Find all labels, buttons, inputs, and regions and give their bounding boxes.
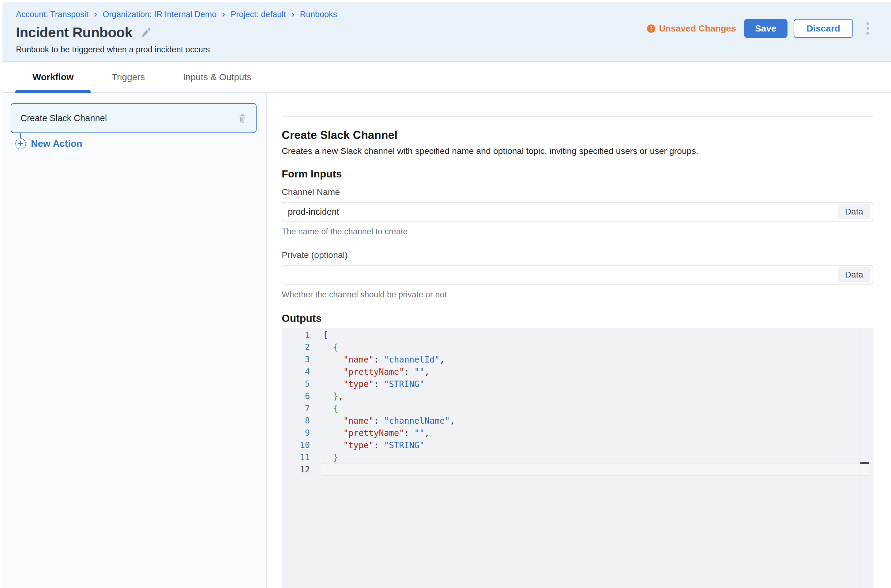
outputs-heading: Outputs [282, 312, 873, 325]
code-line: 4 "prettyName": "", [282, 366, 873, 378]
runbook-description: Runbook to be triggered when a prod inci… [16, 45, 872, 54]
action-card-label: Create Slack Channel [21, 113, 237, 123]
code-line: 9 "prettyName": "", [282, 427, 873, 439]
channel-name-label: Channel Name [282, 187, 873, 197]
channel-name-help: The name of the channel to create [282, 227, 873, 237]
private-help: Whether the channel should be private or… [282, 290, 873, 300]
code-line: 5 "type": "STRING" [282, 378, 873, 390]
code-line: 1[ [282, 329, 873, 341]
channel-name-input[interactable] [288, 207, 838, 217]
code-line: 8 "name": "channelName", [282, 414, 873, 427]
page-title: Incident Runbook [16, 24, 132, 41]
breadcrumb-project-link[interactable]: Project: default [230, 10, 286, 19]
private-input[interactable] [288, 270, 838, 280]
action-description: Creates a new Slack channel with specifi… [282, 146, 873, 156]
tab-triggers[interactable]: Triggers [94, 62, 162, 92]
workflow-steps-panel: Create Slack Channel + New Action [3, 93, 267, 588]
line-number: 9 [282, 427, 310, 439]
line-number: 4 [282, 366, 310, 378]
action-title: Create Slack Channel [282, 129, 873, 142]
indent-guide-line [324, 341, 324, 464]
chevron-right-icon: › [94, 10, 97, 18]
code-line: 2 { [282, 341, 873, 353]
channel-name-data-button[interactable]: Data [838, 204, 870, 219]
divider [282, 116, 873, 117]
chevron-right-icon: › [291, 10, 294, 18]
code-line: 11 } [282, 451, 873, 464]
code-line: 10 "type": "STRING" [282, 439, 873, 451]
tab-workflow[interactable]: Workflow [15, 62, 90, 92]
new-action-button[interactable]: + New Action [15, 138, 266, 149]
page: Account: Transposit › Organization: IR I… [0, 0, 891, 588]
line-number: 7 [282, 402, 310, 414]
edit-title-icon[interactable] [140, 27, 152, 38]
plus-icon: + [15, 138, 26, 149]
breadcrumb-runbooks-link[interactable]: Runbooks [300, 10, 337, 19]
save-button[interactable]: Save [744, 19, 787, 38]
action-card-create-slack-channel[interactable]: Create Slack Channel [11, 103, 257, 133]
discard-button[interactable]: Discard [794, 19, 853, 38]
line-number: 2 [282, 341, 310, 353]
delete-action-icon[interactable] [237, 113, 247, 123]
editor-scrollbar-thumb[interactable] [860, 462, 869, 464]
tab-bar: Workflow Triggers Inputs & Outputs [3, 62, 891, 93]
code-editor-lines: 1[2 {3 "name": "channelId",4 "prettyName… [282, 328, 873, 476]
breadcrumb: Account: Transposit › Organization: IR I… [16, 10, 872, 19]
private-field-wrap: Data [282, 265, 873, 285]
channel-name-field-wrap: Data [282, 202, 873, 222]
action-detail-panel: Create Slack Channel Creates a new Slack… [267, 93, 891, 588]
more-options-menu-icon[interactable] [864, 21, 872, 36]
code-line: 3 "name": "channelId", [282, 353, 873, 366]
private-data-button[interactable]: Data [838, 267, 870, 282]
tab-inputs-outputs[interactable]: Inputs & Outputs [166, 62, 268, 92]
outputs-code-editor[interactable]: 1[2 {3 "name": "channelId",4 "prettyName… [282, 328, 873, 588]
warning-icon: ! [647, 24, 655, 33]
breadcrumb-account-link[interactable]: Account: Transposit [16, 10, 89, 19]
code-line: 7 { [282, 402, 873, 414]
active-line-highlight [322, 464, 869, 476]
new-action-label: New Action [31, 138, 82, 149]
line-number: 5 [282, 378, 310, 390]
line-number: 6 [282, 390, 310, 402]
private-label: Private (optional) [282, 250, 873, 260]
line-number: 3 [282, 353, 310, 366]
line-number: 8 [282, 414, 310, 427]
breadcrumb-organization-link[interactable]: Organization: IR Internal Demo [102, 10, 217, 19]
form-inputs-heading: Form Inputs [282, 167, 873, 180]
code-line: 6 }, [282, 390, 873, 402]
line-number: 10 [282, 439, 310, 451]
step-connector-line [20, 133, 21, 138]
editor-scrollbar-track [860, 328, 860, 588]
line-number: 12 [282, 464, 310, 476]
header: Account: Transposit › Organization: IR I… [3, 3, 891, 62]
line-number: 11 [282, 451, 310, 464]
chevron-right-icon: › [222, 10, 225, 18]
unsaved-changes-badge: ! Unsaved Changes [647, 24, 736, 34]
line-number: 1 [282, 329, 310, 341]
unsaved-changes-label: Unsaved Changes [659, 24, 736, 34]
